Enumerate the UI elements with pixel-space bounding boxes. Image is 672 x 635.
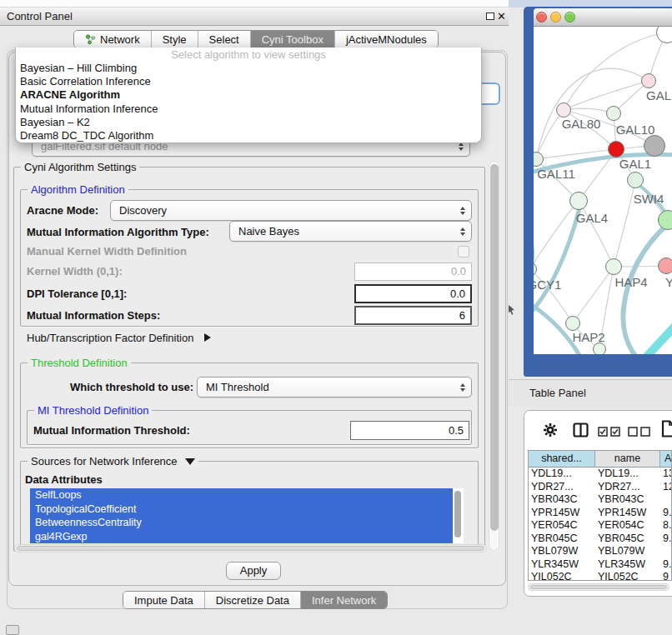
dropdown-item-basic-correlation-inference[interactable]: Basic Correlation Inference xyxy=(16,75,481,88)
minimize-traffic-light-icon[interactable] xyxy=(550,12,561,22)
tab-impute-data[interactable]: Impute Data xyxy=(123,592,204,608)
attribute-item-selfloops[interactable]: SelfLoops xyxy=(30,488,453,502)
table-row[interactable]: YBR045CYBR045C9. xyxy=(529,532,671,546)
dpi-tolerance-value: 0.0 xyxy=(450,288,465,300)
disclosure-down-icon[interactable] xyxy=(185,458,195,465)
mi-type-label: Mutual Information Algorithm Type: xyxy=(27,222,209,242)
network-node-gal80[interactable] xyxy=(556,102,571,118)
table-row[interactable]: YER054CYER054C8. xyxy=(529,519,671,532)
table-cell: YPR145W xyxy=(595,507,660,520)
dropdown-item-dream8-dc-tdc-algorithm[interactable]: Dream8 DC_TDC Algorithm xyxy=(16,129,481,142)
table-row[interactable]: YLR345WYLR345W9. xyxy=(529,558,671,572)
table-cell xyxy=(660,545,672,558)
network-node-gal[interactable] xyxy=(641,73,656,88)
tab-network[interactable]: Network xyxy=(74,31,151,48)
float-window-icon[interactable] xyxy=(486,12,494,20)
aracne-mode-select[interactable]: Discovery xyxy=(110,200,472,221)
columns-icon[interactable] xyxy=(573,422,589,438)
dropdown-item-aracne-algorithm[interactable]: ARACNE Algorithm xyxy=(16,88,481,102)
table-cell: YDR27... xyxy=(595,481,660,494)
close-icon[interactable]: ✕ xyxy=(497,10,506,22)
dropdown-item-bayesian-hill-climbing[interactable]: Bayesian – Hill Climbing xyxy=(16,62,481,75)
network-node-swi4[interactable] xyxy=(658,210,672,230)
table-row[interactable]: YDL19...YDL19...13 xyxy=(529,468,671,481)
which-threshold-select[interactable]: MI Threshold xyxy=(197,377,472,398)
mi-threshold-field[interactable]: 0.5 xyxy=(350,421,469,440)
tab-select[interactable]: Select xyxy=(198,31,250,48)
network-canvas[interactable]: GALGAL80GAL10GAL1GAL11SWI4GAL4GCY1HAP4YH… xyxy=(534,27,672,354)
table-panel-titlebar: Table Panel xyxy=(509,379,672,406)
tab-label: Discretize Data xyxy=(216,594,289,607)
network-node-label: SWI4 xyxy=(634,192,664,206)
tab-cyni-toolbox[interactable]: Cyni Toolbox xyxy=(250,31,334,48)
table-header-row: shared...nameA xyxy=(529,451,671,468)
network-node-hap4[interactable] xyxy=(605,258,622,275)
collapsed-panel-handle[interactable] xyxy=(6,625,19,635)
tab-discretize-data[interactable]: Discretize Data xyxy=(204,592,300,608)
table-row[interactable]: YDR27...YDR27...12 xyxy=(529,481,671,494)
dpi-tolerance-field[interactable]: 0.0 xyxy=(354,284,472,303)
kernel-width-field[interactable]: 0.0 xyxy=(354,262,472,281)
mi-steps-field[interactable]: 6 xyxy=(354,306,472,325)
network-node[interactable] xyxy=(627,172,644,188)
new-table-document-icon[interactable] xyxy=(661,420,672,438)
table-cell: YIL052C xyxy=(529,571,595,581)
network-icon xyxy=(85,34,96,45)
network-node-gal10[interactable] xyxy=(606,106,621,121)
data-attributes-list[interactable]: SelfLoopsTopologicalCoefficientBetweenne… xyxy=(30,488,464,543)
tab-label: Cyni Toolbox xyxy=(262,33,323,46)
table-row[interactable]: YPR145WYPR145W9. xyxy=(529,507,671,520)
mi-type-select[interactable]: Naive Bayes xyxy=(229,221,472,242)
column-header-name[interactable]: name xyxy=(595,451,660,468)
table-cell xyxy=(660,493,672,507)
attribute-item-betweennesscentrality[interactable]: BetweennessCentrality xyxy=(30,516,453,530)
apply-button-label: Apply xyxy=(240,564,268,577)
tab-jactivemnodules[interactable]: jActiveMNodules xyxy=(334,31,438,48)
dropdown-item-mutual-information-inference[interactable]: Mutual Information Inference xyxy=(16,102,481,116)
network-node-hap2[interactable] xyxy=(565,316,580,331)
zoom-traffic-light-icon[interactable] xyxy=(564,12,575,22)
manual-kernel-checkbox[interactable] xyxy=(458,246,469,258)
network-node-y[interactable] xyxy=(658,258,672,274)
hub-section-label[interactable]: Hub/Transcription Factor Definition xyxy=(27,332,211,345)
gear-icon[interactable] xyxy=(542,422,559,438)
tab-label: Infer Network xyxy=(312,594,376,607)
dropdown-item-bayesian-k2[interactable]: Bayesian – K2 xyxy=(16,116,481,129)
network-window-titlebar[interactable] xyxy=(534,8,672,27)
network-node[interactable] xyxy=(644,135,665,157)
network-node-label: Y xyxy=(665,275,672,289)
column-header-a[interactable]: A xyxy=(660,451,672,468)
table-hscrollbar-thumb[interactable] xyxy=(530,585,667,589)
tab-infer-network[interactable]: Infer Network xyxy=(300,592,387,608)
tab-style[interactable]: Style xyxy=(151,31,198,48)
settings-scrollbar-thumb[interactable] xyxy=(490,164,499,531)
settings-hscrollbar[interactable] xyxy=(14,544,487,552)
table-cell: 9 xyxy=(660,571,672,581)
network-node[interactable] xyxy=(593,342,606,354)
top-strip xyxy=(0,0,509,8)
table-row[interactable]: YBL079WYBL079W xyxy=(529,545,671,558)
sources-group-title[interactable]: Sources for Network Inference xyxy=(28,455,198,468)
network-node-gal4[interactable] xyxy=(569,192,588,210)
column-header-shared[interactable]: shared... xyxy=(529,451,595,468)
table-cell: YBL079W xyxy=(595,545,660,558)
table-row[interactable]: YIL052CYIL052C9 xyxy=(529,571,671,581)
network-node-gal1[interactable] xyxy=(608,141,624,158)
which-threshold-label: Which threshold to use: xyxy=(70,377,193,398)
deselect-all-checkboxes-icon[interactable] xyxy=(628,427,651,437)
select-all-checkboxes-icon[interactable] xyxy=(598,427,621,437)
attribute-item-topologicalcoefficient[interactable]: TopologicalCoefficient xyxy=(30,502,453,517)
table-hscrollbar[interactable] xyxy=(528,583,669,591)
attributes-scrollbar-thumb[interactable] xyxy=(454,491,461,538)
apply-button[interactable]: Apply xyxy=(226,562,281,580)
table-row[interactable]: YBR043CYBR043C xyxy=(529,493,671,507)
disclosure-right-icon[interactable] xyxy=(204,333,211,342)
close-traffic-light-icon[interactable] xyxy=(536,12,547,22)
table-cell: YLR345W xyxy=(595,558,660,572)
attribute-item-gal4rgexp[interactable]: gal4RGexp xyxy=(30,530,453,544)
settings-scrollbar[interactable] xyxy=(489,161,499,551)
settings-hscrollbar-thumb[interactable] xyxy=(17,546,484,551)
dpi-tolerance-label: DPI Tolerance [0,1]: xyxy=(27,284,127,303)
table-cell: YBL079W xyxy=(529,545,595,558)
network-node-label: GCY1 xyxy=(534,278,561,292)
